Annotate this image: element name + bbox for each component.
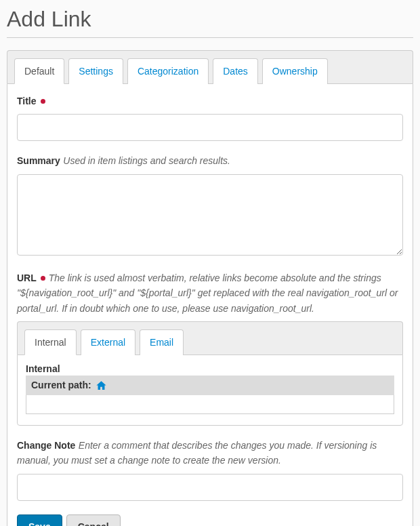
url-panel: Internal Current path:: [17, 355, 403, 426]
url-tab-email[interactable]: Email: [140, 329, 184, 355]
required-icon: [41, 276, 45, 281]
home-icon[interactable]: [96, 380, 107, 391]
tab-settings[interactable]: Settings: [68, 58, 123, 84]
title-input[interactable]: [17, 114, 403, 141]
current-path-label: Current path:: [31, 380, 91, 390]
button-row: Save Cancel: [17, 514, 403, 526]
change-note-label: Change Note: [17, 440, 75, 451]
url-tab-external[interactable]: External: [81, 329, 135, 355]
summary-textarea[interactable]: [17, 174, 403, 256]
url-tab-internal[interactable]: Internal: [24, 329, 77, 355]
url-section-label: Internal: [26, 363, 394, 374]
path-input[interactable]: [26, 395, 394, 414]
tab-ownership[interactable]: Ownership: [262, 58, 328, 84]
cancel-button[interactable]: Cancel: [66, 514, 121, 526]
summary-label: Summary: [17, 155, 60, 166]
required-icon: [41, 99, 45, 104]
title-label: Title: [17, 96, 37, 106]
divider: [7, 37, 413, 38]
page-title: Add Link: [7, 7, 413, 32]
change-note-input[interactable]: [17, 474, 403, 501]
tab-categorization[interactable]: Categorization: [127, 58, 209, 84]
save-button[interactable]: Save: [17, 514, 62, 526]
field-url: URL The link is used almost verbatim, re…: [17, 270, 403, 426]
field-summary: Summary Used in item listings and search…: [17, 153, 403, 258]
url-label: URL: [17, 272, 37, 283]
field-title: Title: [17, 94, 403, 141]
path-bar: Current path:: [26, 376, 394, 395]
tab-default[interactable]: Default: [14, 58, 64, 84]
form-panel: Title Summary Used in item listings and …: [7, 83, 413, 526]
url-tabs: Internal External Email: [17, 321, 403, 355]
tab-dates[interactable]: Dates: [213, 58, 258, 84]
url-help: The link is used almost verbatim, relati…: [17, 272, 398, 314]
summary-help: Used in item listings and search results…: [63, 155, 230, 166]
main-tabs: Default Settings Categorization Dates Ow…: [7, 50, 413, 83]
field-change-note: Change Note Enter a comment that describ…: [17, 438, 403, 501]
